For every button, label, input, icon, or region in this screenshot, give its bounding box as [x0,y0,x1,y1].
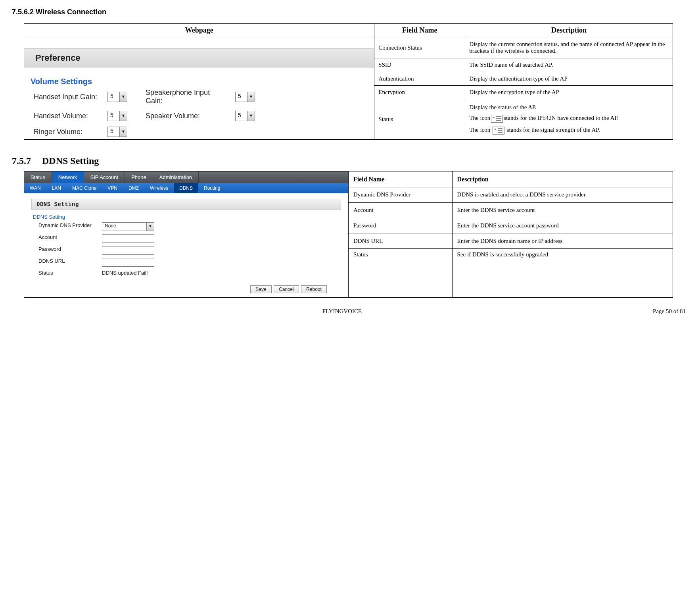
footer-page: Page 50 of 81 [622,308,686,315]
footer-brand: FLYINGVOICE [62,308,622,315]
chevron-down-icon: ▼ [119,92,127,102]
desc-ssid: The SSID name of all searched AP. [465,58,673,72]
status-line2b: stands for the IP542N have connected to … [504,115,619,121]
th2-description: Description [452,171,673,187]
desc-ddns-account: Enter the DDNS service account [452,202,673,218]
select-speaker-volume[interactable]: 5▼ [235,111,255,121]
status-line3a: The icon [469,127,492,133]
label-ringer-volume: Ringer Volume: [34,128,101,136]
desc-ddns-url: Enter the DDNS domain name or IP address [452,233,673,249]
ddns-buttons: Save Cancel Reboot [31,285,341,293]
subtab-dmz[interactable]: DMZ [123,183,144,193]
desc-status: Display the status of the AP. The iconst… [465,99,673,139]
subtab-lan[interactable]: LAN [46,183,67,193]
desc-connection-status: Display the current connection status, a… [465,37,673,58]
subtab-ddns[interactable]: DDNS [174,183,198,193]
th-webpage: Webpage [24,24,374,37]
reboot-button[interactable]: Reboot [301,285,327,293]
field-auth: Authentication [374,72,465,85]
ddns-secondary-tabs: WAN LAN MAC Clone VPN DMZ Wireless DDNS … [24,183,348,193]
chevron-down-icon: ▼ [119,127,127,137]
label-handset-volume: Handset Volume: [34,112,101,120]
subtab-mac-clone[interactable]: MAC Clone [67,183,102,193]
label-ddns-provider: Dynamic DNS Provider [38,222,102,231]
field-ddns-provider: Dynamic DNS Provider [348,187,452,203]
label-ddns-status: Status [38,270,102,276]
status-line3b: stands for the signal strength of the AP… [505,127,600,133]
section-number: 7.5.7 [12,156,31,166]
select-speakerphone-input-gain[interactable]: 5▼ [235,92,255,102]
field-connection-status: Connection Status [374,37,465,58]
desc-ddns-provider: DDNS is enabled and select a DDNS servic… [452,187,673,203]
desc-ddns-status: See if DDNS is successfully upgraded [452,249,673,298]
field-ssid: SSID [374,58,465,72]
input-ddns-url[interactable] [102,258,154,267]
field-ddns-status: Status [348,249,452,298]
ddns-subhead: DDNS Setting [33,214,341,220]
tab-status[interactable]: Status [24,171,52,183]
ddns-section-head: DDNS Setting [31,199,341,210]
desc-ddns-password: Enter the DDNS service account password [452,218,673,233]
tab-administration[interactable]: Administration [153,171,199,183]
webpage-cell: Preference Volume Settings Handset Input… [24,37,374,140]
select-ringer-volume[interactable]: 5▼ [107,127,127,137]
ddns-primary-tabs: Status Network SIP Account Phone Adminis… [24,171,348,183]
chevron-down-icon: ▼ [247,92,255,102]
select-handset-volume[interactable]: 5▼ [107,111,127,121]
preference-panel: Preference Volume Settings Handset Input… [24,37,374,139]
section-heading-ddns: 7.5.7DDNS Setting [12,156,688,166]
wireless-table: Webpage Field Name Description Preferenc… [24,23,673,140]
subtab-wireless[interactable]: Wireless [144,183,174,193]
label-speaker-volume: Speaker Volume: [146,112,229,120]
select-handset-input-gain[interactable]: 5▼ [107,92,127,102]
chevron-down-icon: ▼ [119,111,127,121]
th2-fieldname: Field Name [348,171,452,187]
section-title: DDNS Setting [42,156,99,166]
ddns-webpage-cell: Status Network SIP Account Phone Adminis… [24,171,349,298]
value-ddns-status: DDNS updated Fail! [102,270,189,276]
field-encryption: Encryption [374,85,465,99]
tab-sip-account[interactable]: SIP Account [84,171,125,183]
preference-title: Preference [24,48,374,67]
label-handset-input-gain: Handset Input Gain: [34,93,101,101]
subtab-vpn[interactable]: VPN [102,183,123,193]
th-description: Description [465,24,673,37]
field-status: Status [374,99,465,139]
connected-icon [491,115,503,123]
th-fieldname: Field Name [374,24,465,37]
ddns-table: Status Network SIP Account Phone Adminis… [24,171,673,298]
status-line2a: The icon [469,115,490,121]
section-heading-wireless: 7.5.6.2 Wireless Connection [12,8,688,16]
signal-strength-icon [493,127,504,135]
ddns-ui: Status Network SIP Account Phone Adminis… [24,171,348,297]
subtab-wan[interactable]: WAN [24,183,46,193]
input-ddns-password[interactable] [102,246,154,255]
chevron-down-icon: ▼ [146,223,154,231]
label-speakerphone-input-gain: Speakerphone Input Gain: [146,89,229,105]
status-line1: Display the status of the AP. [469,104,668,111]
select-ddns-provider[interactable]: None▼ [102,222,154,231]
ddns-form: Dynamic DNS Provider None▼ Account Passw… [38,222,341,276]
label-ddns-password: Password [38,246,102,255]
field-ddns-account: Account [348,202,452,218]
cancel-button[interactable]: Cancel [274,285,299,293]
tab-network[interactable]: Network [52,171,84,183]
desc-auth: Display the authentication type of the A… [465,72,673,85]
desc-encryption: Display the encryption type of the AP [465,85,673,99]
input-ddns-account[interactable] [102,234,154,243]
save-button[interactable]: Save [250,285,271,293]
label-ddns-url: DDNS URL [38,258,102,267]
field-ddns-password: Password [348,218,452,233]
label-ddns-account: Account [38,234,102,243]
tab-phone[interactable]: Phone [125,171,153,183]
subtab-routing[interactable]: Routing [198,183,226,193]
chevron-down-icon: ▼ [247,111,255,121]
volume-settings-title: Volume Settings [31,77,374,86]
field-ddns-url: DDNS URL [348,233,452,249]
volume-grid: Handset Input Gain: 5▼ Speakerphone Inpu… [34,89,374,137]
page-footer: FLYINGVOICE Page 50 of 81 [12,308,688,315]
